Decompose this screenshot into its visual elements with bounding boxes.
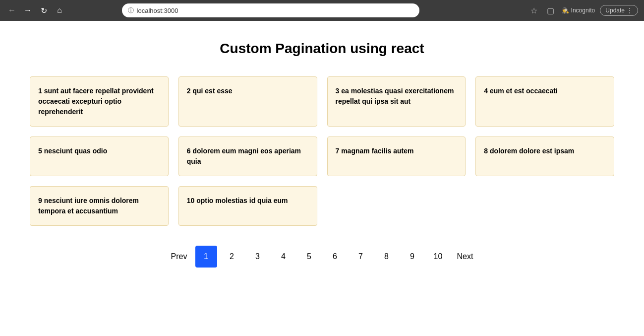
page-content: Custom Pagination using react 1 sunt aut…: [0, 21, 644, 287]
page-button-1[interactable]: 1: [195, 246, 217, 268]
card-item: 4 eum et est occaecati: [475, 76, 614, 127]
update-label: Update: [605, 7, 625, 14]
page-button-5[interactable]: 5: [298, 246, 320, 268]
page-button-6[interactable]: 6: [324, 246, 346, 268]
back-button[interactable]: ←: [6, 4, 18, 16]
page-button-3[interactable]: 3: [247, 246, 269, 268]
incognito-icon: 🕵: [562, 7, 569, 14]
card-item: 1 sunt aut facere repellat provident occ…: [30, 76, 169, 127]
forward-button[interactable]: →: [22, 4, 34, 16]
card-item: 6 dolorem eum magni eos aperiam quia: [178, 136, 317, 176]
card-item: 10 optio molestias id quia eum: [178, 186, 317, 226]
url-text: localhost:3000: [137, 7, 178, 14]
page-button-8[interactable]: 8: [376, 246, 398, 268]
card-item: 7 magnam facilis autem: [327, 136, 466, 176]
pagination: Prev12345678910Next: [30, 246, 614, 268]
lock-icon: ⓘ: [128, 6, 134, 15]
bookmark-icon[interactable]: ☆: [528, 4, 540, 16]
home-button[interactable]: ⌂: [54, 4, 65, 16]
card-item: 2 qui est esse: [178, 76, 317, 127]
page-button-9[interactable]: 9: [402, 246, 423, 268]
next-button[interactable]: Next: [453, 246, 477, 268]
page-title: Custom Pagination using react: [30, 41, 614, 57]
update-menu-icon: ⋮: [627, 7, 633, 14]
reload-button[interactable]: ↻: [38, 4, 50, 16]
card-item: 8 dolorem dolore est ipsam: [475, 136, 614, 176]
prev-button[interactable]: Prev: [167, 246, 191, 268]
page-button-7[interactable]: 7: [350, 246, 372, 268]
browser-chrome: ← → ↻ ⌂ ⓘ localhost:3000 ☆ ▢ 🕵 Incognito…: [0, 0, 644, 21]
incognito-label: Incognito: [571, 7, 595, 14]
cards-grid: 1 sunt aut facere repellat provident occ…: [30, 76, 614, 226]
card-item: 3 ea molestias quasi exercitationem repe…: [327, 76, 466, 127]
card-item: 9 nesciunt iure omnis dolorem tempora et…: [30, 186, 169, 226]
extension-icon[interactable]: ▢: [545, 4, 557, 16]
page-button-4[interactable]: 4: [273, 246, 294, 268]
page-button-10[interactable]: 10: [427, 246, 449, 268]
page-button-2[interactable]: 2: [221, 246, 243, 268]
incognito-badge: 🕵 Incognito: [562, 7, 595, 14]
address-bar[interactable]: ⓘ localhost:3000: [122, 3, 419, 17]
card-item: 5 nesciunt quas odio: [30, 136, 169, 176]
browser-actions: ☆ ▢ 🕵 Incognito Update ⋮: [528, 4, 638, 16]
update-button[interactable]: Update ⋮: [600, 5, 638, 16]
